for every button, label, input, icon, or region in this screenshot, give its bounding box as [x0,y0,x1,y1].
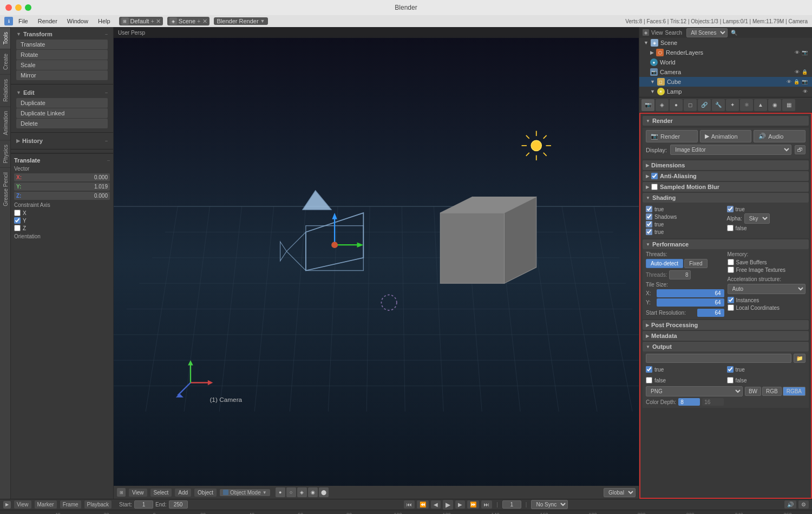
render-shading-btn[interactable]: ⬤ [319,487,329,497]
save-buffers-checkbox[interactable] [728,259,734,265]
particles-icon[interactable]: ✦ [726,99,739,111]
y-field[interactable]: Y: 1.019 [14,183,110,191]
cube-render-icon[interactable]: 📷 [802,79,808,84]
auto-detect-btn[interactable]: Auto-detect [646,259,683,268]
start-frame-input[interactable]: 1 [134,500,153,509]
history-minus[interactable]: – [105,138,108,144]
close-button[interactable] [5,4,12,11]
renderlayer-eye[interactable]: 👁 [795,50,800,55]
rgb-btn[interactable]: RGB [762,387,782,396]
tab-physics[interactable]: Physics [0,140,10,167]
translate-button[interactable]: Translate [16,40,108,49]
format-select[interactable]: PNG JPEG EXR [646,386,743,396]
threads-value[interactable]: 8 [669,270,691,279]
object-props-icon[interactable]: ◻ [684,99,697,111]
camera-restrict-icon[interactable]: 🔒 [802,69,808,75]
material-shading-btn[interactable]: ◉ [308,487,318,497]
next-key-btn[interactable]: ▶ [455,500,465,509]
world-space-checkbox[interactable] [727,225,734,231]
add-menu-btn[interactable]: Add [175,489,191,497]
workspace-close[interactable]: ✕ [156,18,161,25]
post-processing-header[interactable]: ▶ Post Processing [643,320,809,330]
sync-select[interactable]: No Sync [531,500,568,509]
maximize-button[interactable] [25,4,31,11]
workspace-selector[interactable]: ⊞ Default + ✕ [119,17,163,25]
end-frame-input[interactable]: 250 [169,500,188,509]
menu-file[interactable]: File [14,17,32,25]
x-axis-checkbox[interactable] [14,210,21,216]
timeline-frame-btn[interactable]: Frame [60,500,81,509]
menu-render[interactable]: Render [34,17,62,25]
texture-icon[interactable]: ▦ [782,99,795,111]
prev-key-btn[interactable]: ◀ [431,500,441,509]
timeline-view-btn[interactable]: View [14,500,31,509]
motion-blur-checkbox[interactable] [651,184,658,190]
duplicate-button[interactable]: Duplicate [16,98,108,108]
timeline-playback-btn[interactable]: Playback [84,500,112,509]
select-menu-btn[interactable]: Select [150,489,172,497]
duplicate-linked-button[interactable]: Duplicate Linked [16,108,108,118]
depth-8-btn[interactable]: 8 [678,398,700,406]
tile-x-value[interactable]: 64 [657,289,724,297]
physics-icon[interactable]: ⚛ [740,99,753,111]
scene-close[interactable]: ✕ [202,18,207,25]
outliner-search-icon[interactable]: 🔍 [731,30,737,36]
output-path-input[interactable]: /tmp/ [646,354,791,363]
tab-animation[interactable]: Animation [0,106,10,139]
menu-help[interactable]: Help [94,17,115,25]
scene-add[interactable]: + [197,18,200,24]
rotate-button[interactable]: Rotate [16,50,108,60]
outliner-lamp[interactable]: ▼ ☀ Lamp 👁 [639,87,812,96]
shadows-checkbox[interactable] [646,213,652,220]
scale-button[interactable]: Scale [16,60,108,70]
start-res-value[interactable]: 64 [697,309,724,317]
x-field[interactable]: X: 0.000 [14,173,110,181]
mirror-button[interactable]: Mirror [16,70,108,80]
jump-end-btn[interactable]: ⏭ [481,500,492,509]
z-field[interactable]: Z: 0.000 [14,192,110,200]
outliner-scene[interactable]: ▼ ◈ Scene [639,38,812,48]
alpha-select[interactable]: Sky [744,213,770,224]
translate-result-minus[interactable]: – [107,158,110,163]
cube-restrict-icon[interactable]: 🔒 [794,79,800,84]
fixed-btn[interactable]: Fixed [684,259,707,268]
scenes-dropdown[interactable]: All Scenes [686,28,728,37]
z-axis-checkbox[interactable] [14,225,21,231]
current-frame-input[interactable]: 1 [502,500,521,509]
constraints-icon[interactable]: 🔗 [698,99,711,111]
outliner-camera[interactable]: 📷 Camera 👁 🔒 [639,67,812,77]
instances-checkbox[interactable] [728,297,734,303]
history-header[interactable]: ▶ History – [14,136,110,146]
step-fwd-btn[interactable]: ⏩ [467,500,479,509]
render-section-header[interactable]: ▼ Render [643,116,809,126]
cube-eye-icon[interactable]: 👁 [787,79,791,84]
scene-props-icon[interactable]: ◈ [656,99,669,111]
output-header[interactable]: ▼ Output [643,342,809,352]
outliner-world[interactable]: ● World [639,57,812,67]
animation-button[interactable]: ▶ Animation [700,130,752,142]
y-axis-checkbox[interactable] [14,217,21,224]
renderlayer-render[interactable]: 📷 [802,50,808,55]
textures-checkbox[interactable] [646,206,652,212]
anti-aliasing-checkbox[interactable] [651,173,658,179]
solid-shading-btn[interactable]: ● [276,487,285,497]
edit-header[interactable]: ▼ Edit – [14,88,110,97]
tab-create[interactable]: Create [0,49,10,74]
render-props-icon[interactable]: 📷 [641,99,654,111]
accel-select[interactable]: Auto [728,284,806,294]
tab-grease-pencil[interactable]: Grease Pencil [0,167,10,211]
window-controls[interactable] [5,4,31,11]
metadata-header[interactable]: ▶ Metadata [643,331,809,341]
viewport[interactable]: User Persp .grid-line { stroke: #334455;… [114,27,639,499]
display-select[interactable]: Image Editor [670,145,791,155]
step-back-btn[interactable]: ⏪ [417,500,429,509]
shading-header[interactable]: ▼ Shading [643,193,809,203]
material-icon[interactable]: ◉ [768,99,781,111]
modifiers-icon[interactable]: 🔧 [712,99,725,111]
bw-btn[interactable]: BW [745,387,761,396]
audio-sync-btn[interactable]: 🔊 [784,500,796,509]
workspace-add[interactable]: + [150,18,154,24]
local-coords-checkbox[interactable] [728,304,734,311]
motion-blur-header[interactable]: ▶ Sampled Motion Blur [643,182,809,192]
play-btn[interactable]: ▶ [443,500,453,510]
